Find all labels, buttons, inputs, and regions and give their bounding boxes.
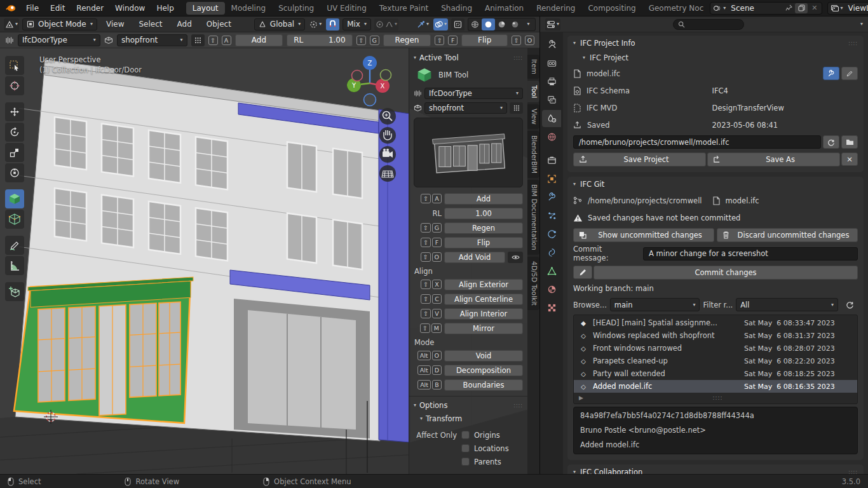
tool-annotate[interactable]	[5, 236, 24, 255]
transform-orientation-dropdown[interactable]: Global ▾	[254, 18, 305, 30]
pin-icon[interactable]	[785, 4, 792, 11]
tool-rotate[interactable]	[5, 123, 24, 142]
regen-button[interactable]: Regen	[383, 34, 431, 46]
mode-dropdown[interactable]: Object Mode ▾	[22, 18, 97, 30]
branch-dropdown[interactable]: main▾	[610, 298, 700, 311]
blender-logo-icon[interactable]	[5, 3, 17, 13]
rl-field[interactable]: RL 1.00	[287, 34, 352, 46]
add-button[interactable]: Add	[235, 34, 283, 46]
sidebar-tab-tool[interactable]: Tool	[527, 81, 539, 102]
collapse-icon[interactable]: ▾	[414, 55, 416, 60]
mirror-button[interactable]: Mirror	[444, 323, 523, 334]
sidebar-tab-blenderbim[interactable]: BlenderBIM	[527, 131, 539, 178]
tool-scale[interactable]	[5, 143, 24, 162]
collapse-icon[interactable]: ▾	[420, 416, 423, 421]
viewport-zoom-button[interactable]	[379, 108, 396, 125]
tab-texture[interactable]	[542, 299, 561, 316]
sidebar-tab-bim-documentation[interactable]: BIM Documentation	[527, 180, 539, 255]
shading-dropdown-button[interactable]: ▾	[522, 18, 535, 30]
editor-type-button[interactable]: ▾	[4, 18, 19, 30]
ifc-path-input[interactable]: /home/bruno/projects/cromwell/model.ifc	[573, 135, 821, 149]
panel-grip[interactable]: ::::	[513, 55, 523, 61]
align-exterior-button[interactable]: Align Exterior	[444, 279, 523, 290]
xray-toggle-button[interactable]	[451, 18, 465, 30]
show-uncommitted-button[interactable]: Show uncommitted changes	[573, 228, 714, 242]
sidebar-tab-view[interactable]: View	[527, 104, 539, 129]
viewlayer-icon[interactable]: ▾	[831, 4, 843, 12]
scene-selector[interactable]: ▾ Scene ✕	[710, 2, 822, 15]
viewport-perspective-button[interactable]	[379, 165, 396, 182]
commit-message-input[interactable]: A minor change for a screenshot	[643, 247, 858, 261]
viewlayer-name[interactable]: ViewLayer	[846, 4, 868, 13]
reload-path-button[interactable]	[823, 135, 839, 149]
void-mode-button[interactable]: Void	[444, 350, 523, 362]
refresh-commits-button[interactable]	[841, 298, 858, 311]
panel-grip[interactable]: ::::	[848, 41, 858, 46]
tab-view-layer[interactable]	[542, 92, 561, 109]
workspace-tab-geometry-nodes[interactable]: Geometry Noc	[642, 2, 710, 15]
show-gizmo-button[interactable]: ▾	[416, 18, 430, 30]
menu-file[interactable]: File	[20, 3, 44, 14]
tab-render[interactable]	[542, 55, 561, 72]
workspace-tab-modeling[interactable]: Modeling	[225, 2, 273, 15]
align-centerline-button[interactable]: Align Centerline	[444, 294, 523, 305]
flip-button[interactable]: Flip	[444, 237, 523, 248]
tab-modifiers[interactable]	[542, 189, 561, 206]
edit-project-button[interactable]	[841, 67, 858, 80]
filter-dropdown[interactable]: All▾	[736, 298, 838, 311]
origins-checkbox[interactable]	[461, 431, 470, 439]
save-as-button[interactable]: Save As	[707, 152, 840, 166]
browse-path-button[interactable]	[841, 135, 858, 149]
shading-rendered-button[interactable]	[508, 18, 522, 30]
menu-render[interactable]: Render	[71, 3, 109, 14]
list-expand-icon[interactable]: ▶	[579, 395, 583, 401]
workspace-tab-texture-paint[interactable]: Texture Paint	[373, 2, 435, 15]
scene-name[interactable]: Scene	[728, 4, 783, 13]
proportional-editing-button[interactable]: ▾	[374, 18, 398, 30]
workspace-tab-sculpting[interactable]: Sculpting	[272, 2, 320, 15]
menu-edit[interactable]: Edit	[44, 3, 71, 14]
tool-move[interactable]	[5, 102, 24, 121]
properties-options-chevron[interactable]: ▾	[860, 22, 863, 27]
tab-output[interactable]	[542, 73, 561, 90]
flip-button[interactable]: Flip	[461, 34, 508, 46]
preset-browser-button[interactable]	[510, 102, 523, 114]
shading-material-button[interactable]	[495, 18, 508, 30]
locations-checkbox[interactable]	[461, 444, 470, 452]
align-interior-button[interactable]: Align Interior	[444, 308, 523, 320]
workspace-tab-uv-editing[interactable]: UV Editing	[320, 2, 373, 15]
tool-measure[interactable]	[5, 256, 24, 275]
tool-bim[interactable]	[5, 189, 24, 208]
tab-collection[interactable]	[542, 152, 561, 169]
commit-row[interactable]: ◇ Party wall extended Sat May 6 08:18:25…	[574, 367, 857, 380]
commit-row[interactable]: ◇ Parapets cleaned-up Sat May 6 08:22:20…	[574, 355, 857, 367]
tab-object[interactable]	[542, 170, 561, 187]
close-project-button[interactable]: ✕	[841, 152, 858, 166]
discard-uncommitted-button[interactable]: Discard uncommitted changes	[717, 228, 858, 242]
tab-constraints[interactable]	[542, 244, 561, 261]
tab-object-data[interactable]	[542, 262, 561, 280]
workspace-tab-animation[interactable]: Animation	[478, 2, 530, 15]
sidebar-type-dropdown[interactable]: IfcDoorType▾	[424, 88, 523, 99]
regen-button[interactable]: Regen	[444, 222, 523, 234]
menu-window[interactable]: Window	[109, 3, 151, 14]
panel-grip[interactable]: ::::	[848, 470, 858, 475]
viewport-canvas[interactable]: Z Y X	[0, 48, 539, 474]
tool-add-cube[interactable]	[5, 282, 24, 301]
unlink-scene-icon[interactable]: ✕	[810, 4, 818, 12]
rl-field[interactable]: 1.00	[444, 208, 523, 219]
scene-icon[interactable]: ▾	[713, 4, 726, 12]
panel-grip[interactable]: ::::	[513, 403, 523, 409]
new-scene-button[interactable]	[795, 3, 808, 13]
pivot-point-button[interactable]: ▾	[308, 18, 323, 30]
workspace-tab-layout[interactable]: Layout	[186, 2, 225, 15]
workspace-tab-rendering[interactable]: Rendering	[530, 2, 581, 15]
viewport-pan-button[interactable]	[379, 127, 396, 144]
viewlayer-selector[interactable]: ▾ ViewLayer ✕	[827, 2, 868, 15]
commit-row[interactable]: ◇ Front windows narrowed Sat May 6 08:28…	[574, 342, 857, 355]
show-overlays-button[interactable]: ▾	[433, 18, 448, 30]
snap-with-dropdown[interactable]: Mix ▾	[342, 18, 371, 30]
parents-checkbox[interactable]	[461, 458, 470, 466]
menu-view[interactable]: View	[100, 18, 130, 30]
tool-type-dropdown[interactable]: IfcDoorType ▾	[18, 34, 100, 46]
